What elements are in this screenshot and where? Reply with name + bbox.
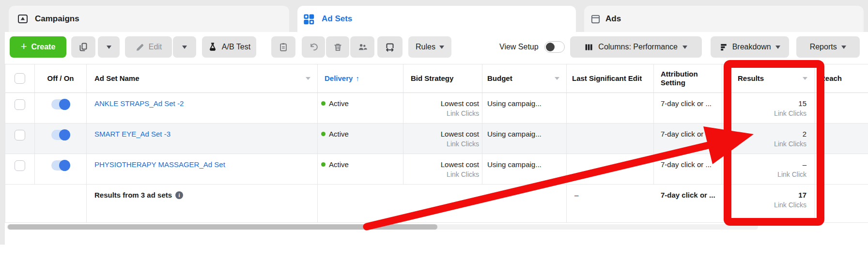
header-attribution-setting[interactable]: Attribution Setting bbox=[654, 64, 722, 93]
results-value: 2 bbox=[722, 130, 806, 138]
ad-set-name-link[interactable]: SMART EYE_Ad Set -3 bbox=[94, 130, 170, 138]
summary-last-significant-edit: – bbox=[567, 185, 654, 222]
row-toggle-cell bbox=[35, 154, 87, 184]
assets-flow-button[interactable] bbox=[377, 36, 403, 58]
ab-test-button[interactable]: A/B Test bbox=[202, 36, 256, 58]
row-select-cell bbox=[5, 93, 35, 123]
summary-reach-cell bbox=[815, 185, 868, 222]
paste-button[interactable] bbox=[271, 36, 295, 58]
results-cell: 15Link Clicks bbox=[722, 93, 815, 123]
budget-cell: Using campaig... bbox=[482, 154, 567, 184]
table-row: SMART EYE_Ad Set -3 Active Lowest costLi… bbox=[5, 124, 868, 154]
horizontal-scrollbar-thumb[interactable] bbox=[8, 224, 437, 230]
columns-button-label: Columns: Performance bbox=[598, 43, 678, 51]
columns-button[interactable]: Columns: Performance bbox=[570, 36, 702, 58]
results-cell: –Link Click bbox=[722, 154, 815, 184]
view-setup-toggle[interactable] bbox=[544, 41, 565, 53]
tab-campaigns[interactable]: Campaigns bbox=[9, 6, 289, 32]
ad-set-name-cell: SMART EYE_Ad Set -3 bbox=[87, 124, 318, 154]
header-budget[interactable]: Budget bbox=[482, 64, 567, 93]
active-status-dot-icon bbox=[321, 132, 326, 136]
header-ad-set-name[interactable]: Ad Set Name bbox=[87, 64, 318, 93]
bid-strategy-sub: Link Clicks bbox=[403, 140, 479, 148]
select-all-checkbox[interactable] bbox=[15, 73, 25, 84]
table-header-row: Off / On Ad Set Name Delivery ↑ Bid Stra… bbox=[5, 64, 868, 93]
results-value: – bbox=[722, 160, 806, 169]
ad-set-on-toggle[interactable] bbox=[51, 130, 70, 140]
budget-cell: Using campaig... bbox=[482, 93, 567, 123]
header-last-significant-edit[interactable]: Last Significant Edit bbox=[567, 64, 654, 93]
delete-button[interactable] bbox=[326, 36, 349, 58]
create-button[interactable]: + Create bbox=[10, 36, 66, 58]
ad-set-name-link[interactable]: PHYSIOTHERAPY MASSAGER_Ad Set bbox=[94, 160, 225, 169]
duplicate-button[interactable] bbox=[71, 36, 95, 58]
row-checkbox[interactable] bbox=[15, 160, 25, 171]
attribution-setting-cell: 7-day click or ... bbox=[654, 124, 722, 154]
tab-campaigns-label: Campaigns bbox=[35, 14, 79, 24]
sort-caret-icon bbox=[306, 77, 310, 80]
header-reach[interactable]: Reach bbox=[815, 64, 868, 93]
reports-button[interactable]: Reports bbox=[796, 36, 860, 58]
ad-set-name-cell: ANKLE STRAPS_Ad Set -2 bbox=[87, 93, 318, 123]
delivery-status: Active bbox=[329, 130, 349, 138]
row-checkbox[interactable] bbox=[15, 99, 25, 110]
edit-button[interactable]: Edit bbox=[125, 36, 172, 58]
tab-ad-sets[interactable]: Ad Sets bbox=[297, 6, 576, 32]
undo-button[interactable] bbox=[302, 36, 325, 58]
table-summary-row: Results from 3 ad sets – 7-day click or … bbox=[5, 185, 868, 223]
ab-test-button-label: A/B Test bbox=[222, 43, 250, 51]
row-toggle-cell bbox=[35, 93, 87, 123]
ad-set-on-toggle[interactable] bbox=[51, 99, 70, 109]
box-arrows-icon bbox=[385, 42, 395, 52]
summary-label: Results from 3 ad sets bbox=[94, 191, 172, 199]
summary-attribution: 7-day click or ... bbox=[654, 185, 722, 222]
results-value: 15 bbox=[722, 99, 806, 108]
delivery-status: Active bbox=[329, 99, 349, 108]
table-row: ANKLE STRAPS_Ad Set -2 Active Lowest cos… bbox=[5, 93, 868, 124]
ad-set-name-link[interactable]: ANKLE STRAPS_Ad Set -2 bbox=[94, 99, 184, 108]
columns-icon bbox=[584, 43, 593, 52]
bid-strategy-value: Lowest cost bbox=[403, 130, 479, 138]
rules-button-label: Rules bbox=[416, 43, 435, 51]
ad-set-on-toggle[interactable] bbox=[51, 160, 70, 170]
header-results[interactable]: Results bbox=[722, 64, 815, 93]
header-select-all-cell bbox=[5, 64, 35, 93]
bid-strategy-cell: Lowest costLink Clicks bbox=[403, 154, 482, 184]
results-sub: Link Clicks bbox=[722, 109, 806, 118]
results-sub: Link Click bbox=[722, 170, 806, 179]
toolbar: + Create Edit A/B Test bbox=[10, 36, 860, 58]
chevron-down-icon bbox=[439, 46, 444, 49]
duplicate-dropdown-button[interactable] bbox=[98, 36, 120, 58]
header-budget-label: Budget bbox=[487, 74, 512, 83]
summary-empty-cell bbox=[318, 185, 567, 222]
header-off-on: Off / On bbox=[35, 64, 87, 93]
bid-strategy-cell: Lowest costLink Clicks bbox=[403, 93, 482, 123]
header-results-label: Results bbox=[738, 74, 764, 83]
table-row: PHYSIOTHERAPY MASSAGER_Ad Set Active Low… bbox=[5, 154, 868, 185]
last-significant-edit-cell bbox=[567, 93, 654, 123]
create-button-label: Create bbox=[31, 43, 56, 51]
audiences-button[interactable] bbox=[350, 36, 374, 58]
attribution-setting-cell: 7-day click or ... bbox=[654, 154, 722, 184]
tab-ad-sets-label: Ad Sets bbox=[322, 14, 352, 24]
header-delivery[interactable]: Delivery ↑ bbox=[318, 64, 403, 93]
header-bid-strategy[interactable]: Bid Strategy bbox=[403, 64, 482, 93]
reach-cell bbox=[815, 154, 868, 184]
info-icon[interactable] bbox=[175, 191, 183, 199]
ads-manager-page: { "tabs": [ {"label": "Campaigns", "acti… bbox=[0, 0, 868, 279]
ad-set-name-cell: PHYSIOTHERAPY MASSAGER_Ad Set bbox=[87, 154, 318, 184]
row-select-cell bbox=[5, 124, 35, 154]
tab-ads[interactable]: Ads bbox=[584, 6, 864, 32]
chevron-down-icon bbox=[841, 46, 846, 49]
bid-strategy-value: Lowest cost bbox=[403, 99, 479, 108]
breakdown-button[interactable]: Breakdown bbox=[711, 36, 789, 58]
row-checkbox[interactable] bbox=[15, 130, 25, 140]
tab-ads-label: Ads bbox=[605, 14, 621, 24]
header-delivery-label: Delivery bbox=[325, 74, 353, 83]
reach-cell bbox=[815, 124, 868, 154]
active-status-dot-icon bbox=[321, 101, 326, 106]
rules-button[interactable]: Rules bbox=[408, 36, 451, 58]
edit-dropdown-button[interactable] bbox=[173, 36, 196, 58]
plus-icon: + bbox=[21, 41, 27, 52]
chevron-down-icon bbox=[107, 46, 111, 49]
